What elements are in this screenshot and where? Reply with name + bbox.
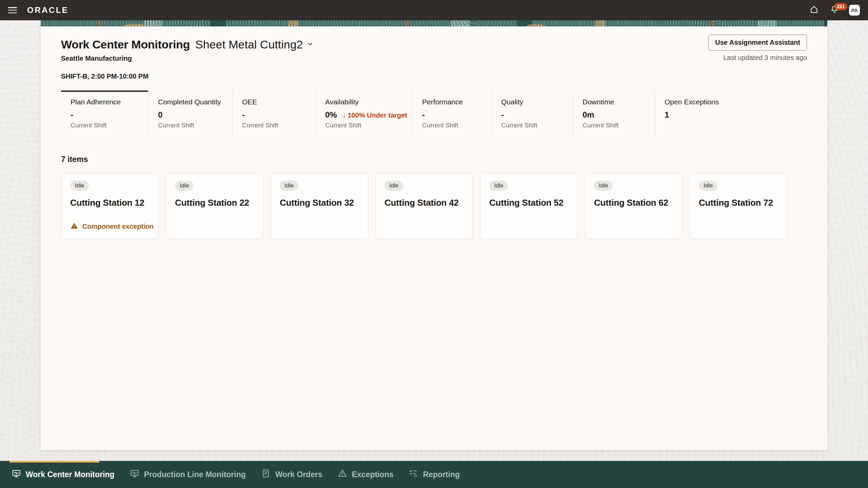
kpi-oee[interactable]: OEE - Current Shift (233, 93, 316, 136)
kpi-subtext: Current Shift (583, 122, 649, 129)
kpi-subtext: Current Shift (71, 122, 142, 129)
bottom-navigation-bar: Work Center Monitoring Production Line M… (0, 461, 868, 488)
status-badge: Idle (280, 181, 298, 191)
home-button[interactable] (808, 4, 820, 16)
station-name: Cutting Station 42 (384, 198, 464, 208)
kpi-subtext: Current Shift (242, 122, 309, 129)
nav-item-work-orders[interactable]: Work Orders (261, 469, 322, 480)
work-center-monitoring-panel: Work Center Monitoring Sheet Metal Cutti… (41, 20, 827, 450)
station-name: Cutting Station 32 (280, 198, 359, 208)
nav-label: Reporting (423, 470, 460, 479)
kpi-label: Completed Quantity (158, 98, 226, 106)
home-icon (809, 5, 819, 16)
kpi-value: 0m (583, 110, 594, 120)
warning-triangle-icon (338, 469, 347, 480)
kpi-value: 0 (158, 110, 162, 120)
kpi-label: Open Exceptions (665, 98, 801, 106)
kpi-value: - (242, 110, 245, 120)
station-name: Cutting Station 52 (489, 198, 569, 208)
station-name: Cutting Station 72 (699, 198, 778, 208)
station-card-cutting-station-22[interactable]: Idle Cutting Station 22 (166, 173, 263, 239)
shift-label: SHIFT-B, 2:00 PM-10:00 PM (61, 73, 807, 80)
station-cards-row: Idle Cutting Station 12 Component except… (61, 173, 807, 239)
kpi-label: Plan Adherence (71, 98, 142, 106)
kpi-value: 0% (325, 110, 337, 120)
nav-label: Work Center Monitoring (26, 470, 115, 479)
decorative-banner-strip (41, 20, 827, 26)
status-badge: Idle (175, 181, 194, 191)
nav-item-work-center-monitoring[interactable]: Work Center Monitoring (12, 469, 115, 480)
organization-label: Seattle Manufacturing (61, 55, 807, 62)
active-tab-indicator (9, 461, 99, 463)
kpi-availability[interactable]: Availability 0% ↓ 100% Under target Curr… (316, 93, 413, 136)
station-name: Cutting Station 22 (175, 198, 254, 208)
page-title: Work Center Monitoring (61, 38, 190, 51)
chevron-down-icon (307, 40, 314, 49)
station-card-cutting-station-12[interactable]: Idle Cutting Station 12 Component except… (61, 173, 159, 239)
nav-item-exceptions[interactable]: Exceptions (338, 469, 394, 480)
kpi-downtime[interactable]: Downtime 0m Current Shift (573, 93, 655, 136)
station-card-cutting-station-32[interactable]: Idle Cutting Station 32 (271, 173, 368, 239)
kpi-label: Downtime (583, 98, 649, 106)
oracle-logo: ORACLE (27, 5, 68, 15)
kpi-label: Quality (501, 98, 567, 106)
top-app-bar: ORACLE 221 PA (0, 0, 868, 20)
items-count-label: 7 items (61, 155, 807, 164)
checklist-gear-icon (409, 469, 418, 480)
notifications-button[interactable]: 221 (829, 4, 840, 16)
status-badge: Idle (489, 181, 508, 191)
kpi-open-exceptions[interactable]: Open Exceptions 1 (655, 93, 807, 136)
station-name: Cutting Station 62 (594, 198, 673, 208)
kpi-value: - (71, 110, 73, 120)
kpi-value: - (422, 110, 425, 120)
nav-label: Work Orders (275, 470, 322, 479)
kpi-subtext: Current Shift (422, 122, 485, 129)
warning-triangle-icon (70, 222, 78, 231)
monitor-pulse-icon (12, 469, 21, 480)
kpi-subtext: Current Shift (158, 122, 226, 129)
kpi-subtext: Current Shift (501, 122, 567, 129)
kpi-completed-quantity[interactable]: Completed Quantity 0 Current Shift (149, 93, 233, 136)
status-badge: Idle (70, 181, 89, 191)
kpi-performance[interactable]: Performance - Current Shift (413, 93, 492, 136)
user-avatar[interactable]: PA (849, 5, 860, 16)
menu-hamburger-icon[interactable] (8, 7, 17, 13)
last-updated-text: Last updated 3 minutes ago (723, 54, 807, 62)
kpi-plan-adherence[interactable]: Plan Adherence - Current Shift (61, 93, 149, 136)
status-badge: Idle (384, 181, 403, 191)
kpi-under-target-delta: ↓ 100% Under target (342, 111, 407, 119)
station-card-cutting-station-62[interactable]: Idle Cutting Station 62 (585, 173, 683, 239)
kpi-label: OEE (242, 98, 309, 106)
monitor-pulse-icon (130, 469, 139, 480)
kpi-value: - (501, 110, 504, 120)
nav-item-production-line-monitoring[interactable]: Production Line Monitoring (130, 469, 246, 480)
kpi-band: Plan Adherence - Current Shift Completed… (61, 93, 807, 136)
kpi-value: 1 (665, 110, 669, 120)
use-assignment-assistant-button[interactable]: Use Assignment Assistant (708, 35, 807, 50)
component-exception-link[interactable]: Component exception (70, 222, 154, 231)
nav-item-reporting[interactable]: Reporting (409, 469, 460, 480)
station-card-cutting-station-42[interactable]: Idle Cutting Station 42 (375, 173, 473, 239)
kpi-subtext: Current Shift (325, 122, 406, 129)
status-badge: Idle (699, 181, 717, 191)
nav-label: Exceptions (352, 470, 394, 479)
nav-label: Production Line Monitoring (144, 470, 246, 479)
notification-count-badge: 221 (834, 3, 847, 10)
status-badge: Idle (594, 181, 613, 191)
station-card-cutting-station-52[interactable]: Idle Cutting Station 52 (480, 173, 578, 239)
work-center-selector-value: Sheet Metal Cutting2 (195, 38, 303, 51)
kpi-quality[interactable]: Quality - Current Shift (492, 93, 573, 136)
kpi-label: Performance (422, 98, 485, 106)
exception-label: Component exception (82, 223, 154, 230)
station-name: Cutting Station 12 (70, 198, 150, 208)
work-center-selector[interactable]: Sheet Metal Cutting2 (195, 38, 314, 51)
work-orders-document-icon (261, 469, 271, 480)
station-card-cutting-station-72[interactable]: Idle Cutting Station 72 (690, 173, 787, 239)
kpi-label: Availability (325, 98, 406, 106)
